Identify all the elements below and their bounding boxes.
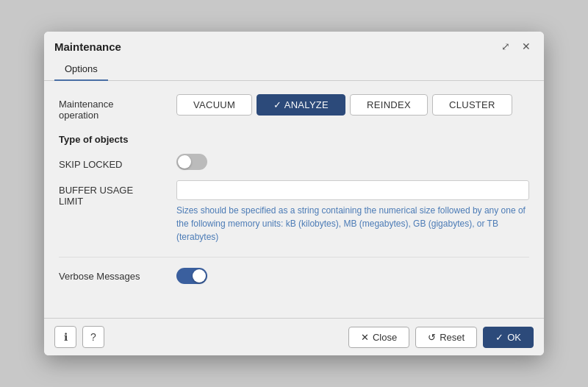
reset-icon: ↺	[428, 332, 436, 343]
dialog-titlebar: Maintenance ⤢ ✕	[44, 32, 544, 54]
buffer-usage-limit-hint: Sizes should be specified as a string co…	[176, 204, 529, 244]
titlebar-icons: ⤢ ✕	[498, 39, 534, 54]
verbose-messages-row: Verbose Messages	[59, 268, 529, 284]
section-divider	[59, 257, 529, 258]
reset-button[interactable]: ↺ Reset	[415, 327, 477, 348]
close-icon[interactable]: ✕	[519, 39, 534, 54]
expand-icon[interactable]: ⤢	[498, 39, 513, 54]
ok-button[interactable]: ✓ OK	[483, 327, 534, 348]
verbose-messages-label: Verbose Messages	[59, 271, 176, 282]
close-icon: ✕	[361, 332, 369, 343]
operation-buttons-group: VACUUM ✓ ANALYZE REINDEX CLUSTER	[176, 94, 529, 116]
close-label: Close	[373, 332, 397, 343]
reset-label: Reset	[440, 332, 465, 343]
close-button[interactable]: ✕ Close	[348, 327, 409, 348]
vacuum-button[interactable]: VACUUM	[176, 94, 252, 116]
footer-left: ℹ ?	[54, 326, 104, 348]
skip-locked-control	[176, 154, 529, 170]
analyze-button[interactable]: ✓ ANALYZE	[257, 94, 345, 116]
analyze-label: ANALYZE	[284, 99, 329, 110]
skip-locked-row: SKIP LOCKED	[59, 154, 529, 170]
maintenance-operation-row: Maintenance operation VACUUM ✓ ANALYZE R…	[59, 94, 529, 121]
operation-buttons: VACUUM ✓ ANALYZE REINDEX CLUSTER	[176, 94, 529, 116]
verbose-messages-toggle[interactable]	[176, 268, 207, 284]
cluster-button[interactable]: CLUSTER	[432, 94, 512, 116]
maintenance-dialog: Maintenance ⤢ ✕ Options Maintenance oper…	[44, 32, 544, 355]
buffer-usage-limit-label: BUFFER USAGE LIMIT	[59, 180, 176, 207]
reindex-button[interactable]: REINDEX	[350, 94, 428, 116]
buffer-usage-limit-input[interactable]	[176, 180, 529, 200]
buffer-usage-limit-row: BUFFER USAGE LIMIT Sizes should be speci…	[59, 180, 529, 244]
dialog-footer: ℹ ? ✕ Close ↺ Reset ✓ OK	[44, 318, 544, 355]
dialog-title: Maintenance	[54, 40, 121, 53]
dialog-body: Maintenance operation VACUUM ✓ ANALYZE R…	[44, 81, 544, 318]
help-button[interactable]: ?	[82, 326, 104, 348]
maintenance-operation-label: Maintenance operation	[59, 94, 176, 121]
skip-locked-label: SKIP LOCKED	[59, 155, 176, 170]
footer-right: ✕ Close ↺ Reset ✓ OK	[348, 327, 534, 348]
buffer-usage-limit-control: Sizes should be specified as a string co…	[176, 180, 529, 244]
analyze-check-icon: ✓	[273, 99, 282, 110]
tab-options[interactable]: Options	[54, 58, 108, 81]
ok-icon: ✓	[495, 332, 503, 343]
type-of-objects-section-title: Type of objects	[59, 134, 529, 145]
skip-locked-toggle[interactable]	[176, 154, 207, 170]
tabs-bar: Options	[44, 58, 544, 81]
info-button[interactable]: ℹ	[54, 326, 76, 348]
ok-label: OK	[507, 332, 521, 343]
